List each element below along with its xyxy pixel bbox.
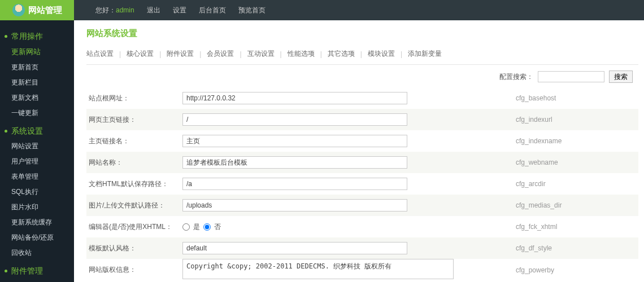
tab-interact[interactable]: 互动设置 <box>247 49 275 59</box>
config-control <box>182 199 459 211</box>
config-key: cfg_medias_dir <box>459 201 562 209</box>
config-row: 文档HTML默认保存路径：cfg_arcdir <box>86 173 638 195</box>
config-label: 网站版权信息： <box>86 265 182 275</box>
sidebar-item[interactable]: 更新栏目 <box>0 75 74 90</box>
config-control <box>182 92 459 104</box>
config-input[interactable] <box>182 92 407 104</box>
tab-core[interactable]: 核心设置 <box>127 49 154 59</box>
sidebar-item-update-site[interactable]: 更新网站 <box>0 44 74 60</box>
config-label: 编辑器(是/否)使用XHTML： <box>86 222 182 232</box>
config-control <box>182 242 459 254</box>
radio-no[interactable] <box>203 223 211 231</box>
config-control <box>182 113 459 126</box>
sidebar-item[interactable]: SQL执行 <box>0 184 74 200</box>
top-bar: 网站管理 您好：admin 退出 设置 后台首页 预览首页 <box>0 0 644 20</box>
config-input[interactable] <box>182 113 407 126</box>
config-row: 网站版权信息：cfg_powerby <box>86 259 638 281</box>
tab-other[interactable]: 其它选项 <box>328 49 355 59</box>
config-row: 图片/上传文件默认路径：cfg_medias_dir <box>86 195 638 216</box>
sidebar-item[interactable]: 更新系统缓存 <box>0 215 74 230</box>
settings-link[interactable]: 设置 <box>173 6 186 15</box>
logout-link[interactable]: 退出 <box>147 6 160 15</box>
config-label: 主页链接名： <box>86 136 182 146</box>
config-input[interactable] <box>182 135 407 147</box>
search-button[interactable]: 搜索 <box>609 70 633 83</box>
config-label: 文档HTML默认保存路径： <box>86 179 182 189</box>
tab-member[interactable]: 会员设置 <box>207 49 234 59</box>
tab-perf[interactable]: 性能选项 <box>288 49 315 59</box>
config-key: cfg_fck_xhtml <box>459 223 557 231</box>
config-key: cfg_df_style <box>459 244 552 252</box>
config-key: cfg_webname <box>459 158 558 166</box>
search-input[interactable] <box>538 71 604 82</box>
sidebar-item[interactable]: 更新首页 <box>0 60 74 75</box>
config-row: 主页链接名：cfg_indexname <box>86 130 638 152</box>
config-label: 网页主页链接： <box>86 115 182 125</box>
config-label: 网站名称： <box>86 158 182 168</box>
sidebar-group-attachment[interactable]: 附件管理 <box>0 264 74 279</box>
config-key: cfg_arcdir <box>459 180 546 188</box>
config-input[interactable] <box>182 178 407 190</box>
sidebar-item[interactable]: 网站备份/还原 <box>0 230 74 245</box>
config-control <box>182 135 459 147</box>
config-label: 图片/上传文件默认路径： <box>86 201 182 210</box>
main-panel: 网站系统设置 站点设置| 核心设置| 附件设置| 会员设置| 互动设置| 性能选… <box>74 20 644 282</box>
config-control <box>182 178 459 190</box>
config-row: 网站名称：cfg_webname <box>86 152 638 173</box>
sidebar-item[interactable]: 图片水印 <box>0 200 74 215</box>
tab-addvar[interactable]: 添加新变量 <box>408 49 442 59</box>
config-control <box>182 156 459 169</box>
sidebar-item[interactable]: 回收站 <box>0 245 74 261</box>
config-label: 站点根网址： <box>86 94 182 103</box>
hello-text: 您好：admin <box>95 6 134 15</box>
config-form: 站点根网址：cfg_basehost网页主页链接：cfg_indexurl主页链… <box>86 87 638 281</box>
config-input[interactable] <box>182 199 407 211</box>
config-search-row: 配置搜索： 搜索 <box>86 68 638 87</box>
sidebar-item[interactable]: 用户管理 <box>0 154 74 169</box>
radio-yes-label: 是 <box>193 222 200 232</box>
top-links: 您好：admin 退出 设置 后台首页 预览首页 <box>95 6 266 15</box>
settings-tabs: 站点设置| 核心设置| 附件设置| 会员设置| 互动设置| 性能选项| 其它选项… <box>86 46 638 65</box>
sidebar-item[interactable]: 一键更新 <box>0 105 74 121</box>
config-row: 站点根网址：cfg_basehost <box>86 87 638 109</box>
radio-yes[interactable] <box>182 223 190 231</box>
sidebar-group-common[interactable]: 常用操作 <box>0 29 74 44</box>
config-row: 网页主页链接：cfg_indexurl <box>86 109 638 130</box>
brand-text: 网站管理 <box>28 5 62 16</box>
avatar-icon <box>12 4 25 16</box>
config-key: cfg_indexurl <box>459 116 552 124</box>
sidebar-item[interactable]: 更新文档 <box>0 90 74 105</box>
config-key: cfg_indexname <box>459 137 562 145</box>
config-row: 模板默认风格：cfg_df_style <box>86 237 638 259</box>
config-input[interactable] <box>182 156 407 169</box>
preview-home-link[interactable]: 预览首页 <box>238 6 266 15</box>
config-textarea[interactable] <box>182 259 454 279</box>
config-control: 是否 <box>182 222 459 232</box>
tab-attach[interactable]: 附件设置 <box>167 49 194 59</box>
config-key: cfg_powerby <box>459 266 554 274</box>
sidebar-group-system[interactable]: 系统设置 <box>0 124 74 139</box>
search-label: 配置搜索： <box>499 72 533 82</box>
tab-site[interactable]: 站点设置 <box>86 49 114 59</box>
config-input[interactable] <box>182 242 407 254</box>
sidebar-item[interactable]: 网站设置 <box>0 139 74 154</box>
config-row: 编辑器(是/否)使用XHTML：是否cfg_fck_xhtml <box>86 216 638 237</box>
tab-module[interactable]: 模块设置 <box>368 49 395 59</box>
config-label: 模板默认风格： <box>86 244 182 253</box>
radio-no-label: 否 <box>214 222 221 232</box>
sidebar-item[interactable]: 表单管理 <box>0 169 74 184</box>
admin-home-link[interactable]: 后台首页 <box>199 6 226 15</box>
sidebar: 常用操作 更新网站 更新首页 更新栏目 更新文档 一键更新 系统设置 网站设置 … <box>0 20 74 282</box>
config-control <box>182 259 459 281</box>
config-key: cfg_basehost <box>459 94 556 102</box>
page-title: 网站系统设置 <box>86 28 638 39</box>
brand-logo: 网站管理 <box>0 0 74 20</box>
